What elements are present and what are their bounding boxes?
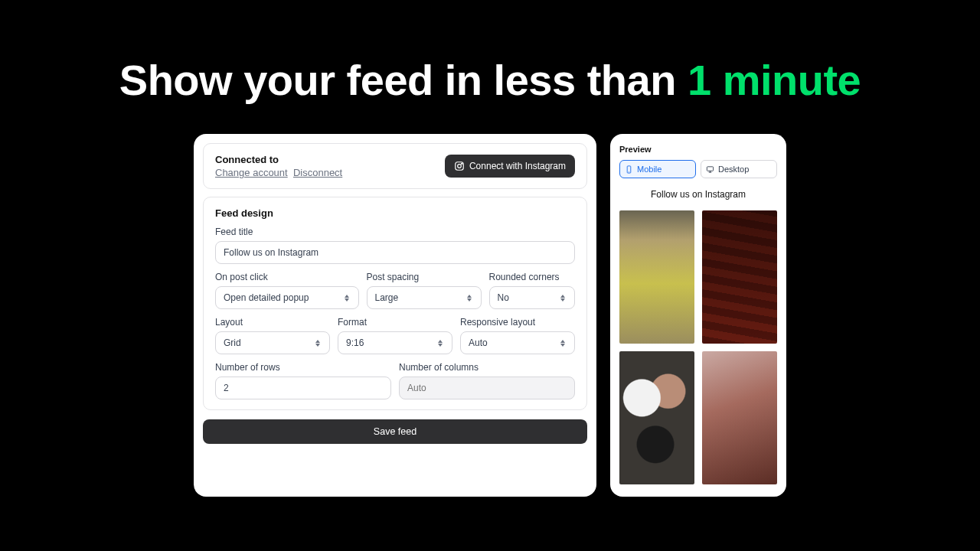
connection-panel: Connected to Change account Disconnect C… xyxy=(203,143,587,189)
change-account-link[interactable]: Change account xyxy=(215,167,288,178)
chevron-updown-icon xyxy=(343,295,351,302)
desktop-tab[interactable]: Desktop xyxy=(701,160,777,178)
format-select[interactable]: 9:16 xyxy=(338,331,452,354)
desktop-icon xyxy=(706,165,714,174)
preview-post-2[interactable] xyxy=(702,210,777,344)
format-value: 9:16 xyxy=(346,337,364,348)
chevron-updown-icon xyxy=(559,295,567,302)
rounded-corners-value: No xyxy=(498,292,509,303)
desktop-tab-label: Desktop xyxy=(718,165,749,174)
layout-select[interactable]: Grid xyxy=(215,331,330,354)
preview-grid xyxy=(619,210,777,484)
svg-point-2 xyxy=(462,163,462,164)
instagram-icon xyxy=(454,161,465,171)
layout-value: Grid xyxy=(224,337,241,348)
number-of-columns-label: Number of columns xyxy=(399,362,575,373)
responsive-layout-select[interactable]: Auto xyxy=(460,331,575,354)
save-feed-button[interactable]: Save feed xyxy=(203,419,587,444)
post-spacing-value: Large xyxy=(375,292,399,303)
svg-rect-5 xyxy=(707,166,713,171)
mobile-icon xyxy=(625,165,633,174)
on-post-click-label: On post click xyxy=(215,272,359,282)
preview-feed-title: Follow us on Instagram xyxy=(619,189,777,200)
rounded-corners-select[interactable]: No xyxy=(489,286,576,309)
mobile-tab[interactable]: Mobile xyxy=(619,160,696,178)
feed-title-label: Feed title xyxy=(215,227,575,237)
svg-point-1 xyxy=(458,165,462,168)
settings-card: Connected to Change account Disconnect C… xyxy=(194,134,596,497)
hero-headline: Show your feed in less than 1 minute xyxy=(0,0,980,105)
feed-title-input[interactable] xyxy=(215,241,575,264)
responsive-layout-label: Responsive layout xyxy=(460,317,575,328)
post-spacing-select[interactable]: Large xyxy=(367,286,482,309)
hero-accent: 1 minute xyxy=(688,56,861,104)
hero-text: Show your feed in less than xyxy=(119,56,688,104)
chevron-updown-icon xyxy=(466,295,473,302)
preview-post-3[interactable] xyxy=(619,351,694,484)
preview-post-1[interactable] xyxy=(619,210,694,344)
connect-instagram-button[interactable]: Connect with Instagram xyxy=(445,155,575,178)
chevron-updown-icon xyxy=(559,340,567,347)
chevron-updown-icon xyxy=(314,340,322,347)
on-post-click-value: Open detailed popup xyxy=(224,292,309,303)
layout-label: Layout xyxy=(215,317,330,328)
preview-card: Preview Mobile Desktop Follow us on Inst… xyxy=(610,134,786,497)
feed-design-panel: Feed design Feed title On post click Ope… xyxy=(203,197,587,410)
number-of-rows-label: Number of rows xyxy=(215,362,391,373)
on-post-click-select[interactable]: Open detailed popup xyxy=(215,286,359,309)
feed-design-heading: Feed design xyxy=(215,207,575,219)
device-segmented-control: Mobile Desktop xyxy=(619,160,777,178)
disconnect-link[interactable]: Disconnect xyxy=(293,167,342,178)
preview-heading: Preview xyxy=(619,145,777,154)
number-of-rows-input[interactable] xyxy=(215,377,391,399)
chevron-updown-icon xyxy=(436,340,444,347)
post-spacing-label: Post spacing xyxy=(367,272,482,282)
preview-post-4[interactable] xyxy=(702,351,777,484)
rounded-corners-label: Rounded corners xyxy=(489,272,576,282)
responsive-layout-value: Auto xyxy=(469,337,488,348)
mobile-tab-label: Mobile xyxy=(637,165,662,174)
number-of-columns-input[interactable] xyxy=(399,377,575,399)
connected-to-label: Connected to xyxy=(215,154,342,165)
format-label: Format xyxy=(338,317,452,328)
connect-button-label: Connect with Instagram xyxy=(469,161,566,171)
